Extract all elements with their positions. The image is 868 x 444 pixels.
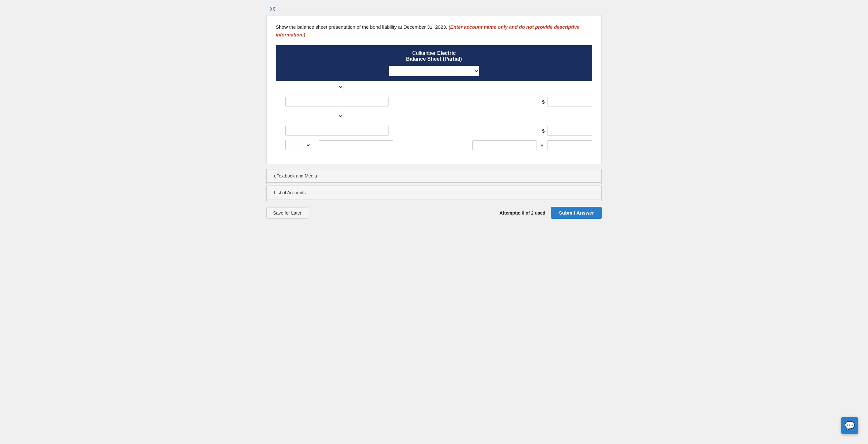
company-name-normal: Cullumber (412, 50, 436, 56)
category-dropdown-1[interactable] (276, 82, 343, 92)
submit-answer-button[interactable]: Submit Answer (551, 207, 602, 219)
balance-sheet-header: Cullumber Electric Balance Sheet (Partia… (276, 45, 592, 81)
form-row-1 (276, 82, 592, 92)
account-input-1[interactable] (285, 97, 389, 107)
company-name: Cullumber Electric (282, 50, 586, 56)
action-row: Save for Later Attempts: 0 of 2 used Sub… (266, 207, 602, 219)
underline-input[interactable] (472, 140, 537, 150)
sheet-title: Balance Sheet (Partial) (282, 56, 586, 62)
section-d-link[interactable]: (d) (263, 3, 605, 15)
save-later-button[interactable]: Save for Later (266, 207, 308, 219)
amount-input-2[interactable] (547, 126, 592, 136)
instructions-text: Show the balance sheet presentation of t… (276, 23, 592, 39)
form-row-2: $ (276, 97, 592, 107)
attempts-text: Attempts: 0 of 2 used (499, 210, 545, 215)
list-accounts-button[interactable]: List of Accounts (267, 186, 601, 200)
header-dropdown-row (282, 66, 586, 76)
form-row-3 (276, 111, 592, 121)
dollar-sign-3: $ (541, 143, 543, 148)
etextbook-button[interactable]: eTextbook and Media (267, 169, 601, 183)
header-period-dropdown[interactable] (389, 66, 479, 76)
small-dropdown[interactable] (285, 140, 311, 150)
main-card: Show the balance sheet presentation of t… (266, 15, 602, 164)
form-section: $ $ (276, 82, 592, 150)
form-row-4: $ (276, 126, 592, 136)
dollar-sign-1: $ (542, 99, 545, 105)
dollar-sign-2: $ (542, 128, 545, 134)
account-input-3[interactable] (319, 140, 393, 150)
instructions-main: Show the balance sheet presentation of t… (276, 24, 447, 30)
amount-input-1[interactable] (547, 97, 592, 107)
right-actions: Attempts: 0 of 2 used Submit Answer (499, 207, 602, 219)
account-input-2[interactable] (285, 126, 389, 136)
form-row-5: : $ (276, 140, 592, 150)
colon-label: : (314, 143, 316, 148)
etextbook-section[interactable]: eTextbook and Media (266, 169, 602, 184)
category-dropdown-2[interactable] (276, 111, 343, 121)
list-accounts-section[interactable]: List of Accounts (266, 185, 602, 201)
company-name-bold: Electric (437, 50, 456, 56)
amount-input-3[interactable] (547, 140, 592, 150)
